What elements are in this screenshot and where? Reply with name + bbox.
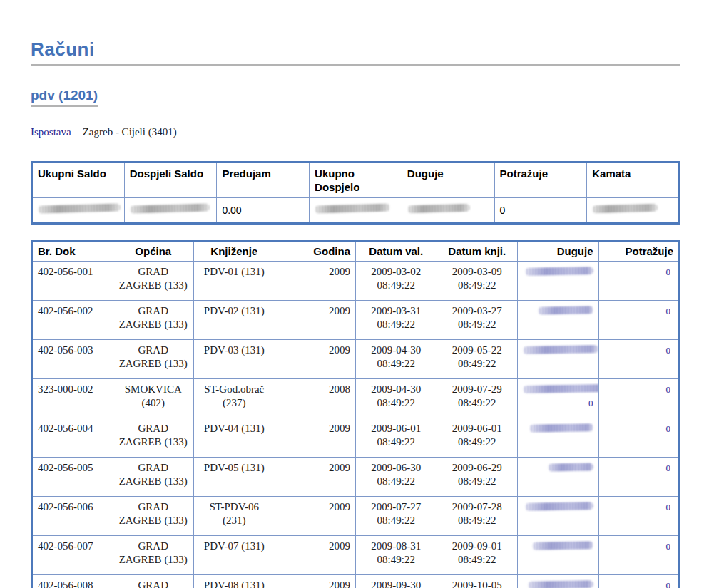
value-date-cell: 2009-06-01 08:49:22 <box>356 418 437 458</box>
summary-value-row: 0.00 0 <box>32 198 680 224</box>
account-link[interactable]: pdv (1201) <box>31 88 98 107</box>
branch-value: Zagreb - Cijeli (3401) <box>83 126 177 138</box>
debit-cell[interactable] <box>518 458 599 497</box>
credit-cell[interactable]: 0 <box>598 301 680 340</box>
year-cell: 2009 <box>275 262 356 301</box>
value-date-cell: 2009-03-02 08:49:22 <box>356 262 437 301</box>
posting-cell: PDV-08 (131) <box>194 575 275 588</box>
table-row: 402-056-005 GRAD ZAGREB (133) PDV-05 (13… <box>32 458 680 497</box>
year-cell: 2009 <box>275 418 356 458</box>
credit-cell[interactable]: 0 <box>598 379 680 418</box>
redacted-value <box>531 541 593 550</box>
posting-cell: PDV-03 (131) <box>194 340 275 379</box>
credit-cell[interactable]: 0 <box>598 575 680 588</box>
table-row: 323-000-002 SMOKVICA (402) ST-God.obrač … <box>32 379 680 418</box>
booking-date-cell: 2009-10-05 08:49:22 <box>437 575 518 588</box>
table-row: 402-056-006 GRAD ZAGREB (133) ST-PDV-06 … <box>32 497 680 536</box>
year-cell: 2009 <box>275 497 356 536</box>
credit-cell[interactable]: 0 <box>598 497 680 536</box>
summary-value-ukupni-saldo <box>32 198 125 224</box>
header-godina: Godina <box>275 242 356 262</box>
header-potrazuje: Potražuje <box>598 242 680 262</box>
value-date-cell: 2009-08-31 08:49:22 <box>356 536 437 575</box>
summary-value-duguje <box>402 198 494 224</box>
debit-cell[interactable] <box>518 301 599 340</box>
doc-number-cell: 402-056-006 <box>32 497 113 536</box>
table-row: 402-056-003 GRAD ZAGREB (133) PDV-03 (13… <box>32 340 680 379</box>
summary-value-potrazuje: 0 <box>494 198 587 224</box>
value-date-cell: 2009-07-27 08:49:22 <box>356 497 437 536</box>
summary-value-dospjeli-saldo <box>124 198 217 224</box>
summary-value-kamata <box>587 198 680 224</box>
year-cell: 2009 <box>275 340 356 379</box>
booking-date-cell: 2009-03-27 08:49:22 <box>437 301 518 340</box>
redacted-value <box>130 203 210 213</box>
debit-cell[interactable] <box>518 575 599 588</box>
header-datum-knji: Datum knji. <box>437 242 518 262</box>
header-datum-val: Datum val. <box>356 242 437 262</box>
booking-date-cell: 2009-07-29 08:49:22 <box>437 379 518 418</box>
debit-cell[interactable] <box>518 262 599 301</box>
redacted-value <box>527 580 593 588</box>
summary-header-ukupni-saldo: Ukupni Saldo <box>32 163 125 198</box>
redacted-value <box>407 203 470 212</box>
debit-cell[interactable] <box>518 340 599 379</box>
booking-date-cell: 2009-05-22 08:49:22 <box>437 340 518 379</box>
branch-label-link[interactable]: Ispostava <box>31 126 71 138</box>
credit-cell[interactable]: 0 <box>598 418 680 458</box>
doc-number-cell: 323-000-002 <box>32 379 113 418</box>
redacted-value <box>523 384 598 393</box>
credit-cell[interactable]: 0 <box>598 536 680 575</box>
summary-header-predujam: Predujam <box>217 163 310 198</box>
municipality-cell: GRAD ZAGREB (133) <box>113 340 194 379</box>
debit-cell[interactable] <box>518 497 599 536</box>
redacted-value <box>529 423 593 433</box>
header-opcina: Općina <box>113 242 194 262</box>
redacted-value <box>524 502 593 511</box>
value-date-cell: 2009-04-30 08:49:22 <box>356 379 437 418</box>
credit-cell[interactable]: 0 <box>598 340 680 379</box>
debit-cell[interactable] <box>518 536 599 575</box>
posting-cell: PDV-05 (131) <box>194 458 275 497</box>
summary-header-duguje: Duguje <box>402 163 494 198</box>
credit-cell[interactable]: 0 <box>598 262 680 301</box>
page-container: Računi pdv (1201) IspostavaZagreb - Cije… <box>31 38 680 588</box>
debit-cell[interactable]: 0 <box>518 379 599 418</box>
table-row: 402-056-004 GRAD ZAGREB (133) PDV-04 (13… <box>32 418 680 458</box>
booking-date-cell: 2009-09-01 08:49:22 <box>437 536 518 575</box>
table-row: 402-056-002 GRAD ZAGREB (133) PDV-02 (13… <box>32 301 680 340</box>
redacted-value <box>315 203 390 213</box>
redacted-value <box>592 203 658 213</box>
branch-line: IspostavaZagreb - Cijeli (3401) <box>31 125 680 138</box>
header-br-dok: Br. Dok <box>32 242 113 262</box>
doc-number-cell: 402-056-005 <box>32 458 113 497</box>
posting-cell: ST-God.obrač (237) <box>194 379 275 418</box>
redacted-value <box>524 267 593 276</box>
summary-value-predujam: 0.00 <box>217 198 310 224</box>
booking-date-cell: 2009-03-09 08:49:22 <box>437 262 518 301</box>
booking-date-cell: 2009-06-01 08:49:22 <box>437 418 518 458</box>
header-knjizenje: Knjiženje <box>194 242 275 262</box>
redacted-value <box>523 345 598 354</box>
year-cell: 2009 <box>275 301 356 340</box>
redacted-value <box>537 306 593 314</box>
redacted-value <box>38 203 121 213</box>
redacted-value <box>547 463 593 471</box>
municipality-cell: GRAD ZAGREB (133) <box>113 458 194 497</box>
doc-number-cell: 402-056-004 <box>32 418 113 458</box>
debit-cell[interactable] <box>518 418 599 458</box>
documents-table: Br. Dok Općina Knjiženje Godina Datum va… <box>31 240 680 588</box>
header-duguje: Duguje <box>518 242 599 262</box>
municipality-cell: SMOKVICA (402) <box>113 379 194 418</box>
summary-value-ukupno-dospjelo <box>310 198 402 224</box>
posting-cell: ST-PDV-06 (231) <box>194 497 275 536</box>
year-cell: 2008 <box>275 379 356 418</box>
documents-header-row: Br. Dok Općina Knjiženje Godina Datum va… <box>32 242 680 262</box>
credit-cell[interactable]: 0 <box>598 458 680 497</box>
year-cell: 2009 <box>275 575 356 588</box>
value-date-cell: 2009-06-30 08:49:22 <box>356 458 437 497</box>
summary-header-dospjeli-saldo: Dospjeli Saldo <box>124 163 217 198</box>
posting-cell: PDV-04 (131) <box>194 418 275 458</box>
year-cell: 2009 <box>275 458 356 497</box>
doc-number-cell: 402-056-001 <box>32 262 113 301</box>
